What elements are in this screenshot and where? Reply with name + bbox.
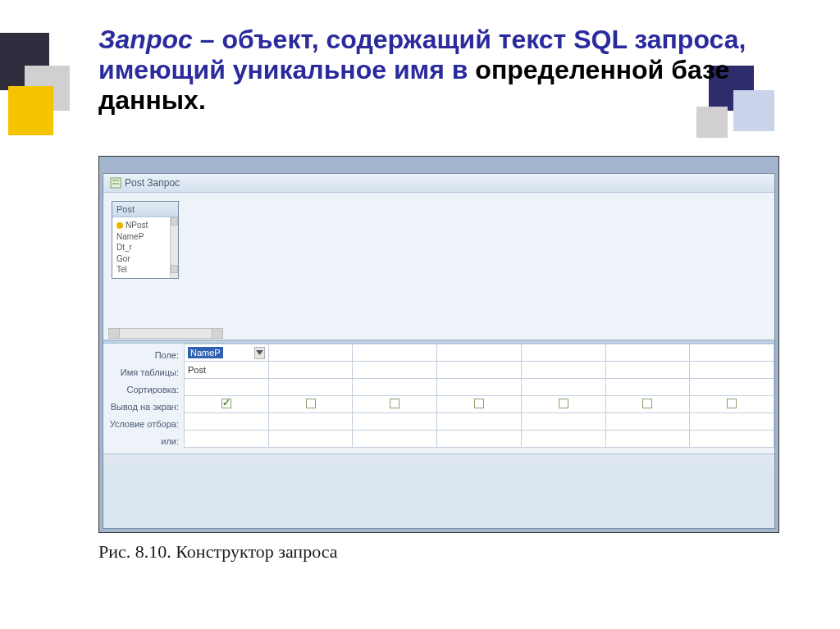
design-pane[interactable]: Post NPost NameP Dt_r Gor Tel: [103, 193, 774, 340]
slide-title: Запрос – объект, содержащий текст SQL за…: [98, 25, 758, 116]
query-icon: [110, 177, 121, 189]
field-list-scrollbar[interactable]: [170, 217, 178, 278]
title-term: Запрос: [98, 25, 193, 54]
show-checkbox[interactable]: [306, 399, 316, 408]
table-source-name: Post: [112, 202, 178, 217]
query-designer-screenshot: Post Запрос Post NPost NameP Dt_r Gor Te…: [98, 156, 779, 533]
document-tab[interactable]: Post Запрос: [103, 174, 774, 193]
field-item[interactable]: Tel: [116, 264, 166, 276]
row-or: [185, 431, 774, 448]
field-item[interactable]: NPost: [126, 220, 148, 231]
field-item[interactable]: Gor: [116, 253, 166, 265]
row-show: [185, 396, 774, 413]
row-sort: [185, 379, 774, 396]
row-criteria: [185, 413, 774, 431]
grid-hscroll[interactable]: [103, 454, 774, 465]
field-cell-0[interactable]: NameP: [185, 344, 269, 362]
svg-rect-2: [112, 183, 119, 185]
decorative-shapes-left: [0, 16, 98, 164]
field-item[interactable]: Dt_r: [116, 242, 166, 253]
qbe-grid[interactable]: Поле: Имя таблицы: Сортировка: Вывод на …: [103, 344, 774, 454]
row-field: NameP: [185, 344, 774, 362]
design-pane-hscroll[interactable]: [108, 328, 223, 339]
show-checkbox[interactable]: [474, 399, 484, 408]
show-checkbox[interactable]: [390, 399, 399, 408]
table-cell-0[interactable]: Post: [185, 362, 269, 379]
row-table: Post: [185, 362, 774, 379]
grid-columns: NameP Post: [184, 344, 774, 448]
field-list[interactable]: NPost NameP Dt_r Gor Tel: [112, 217, 170, 278]
tab-label: Post Запрос: [125, 177, 180, 189]
figure-caption: Рис. 8.10. Конструктор запроса: [98, 541, 338, 563]
show-checkbox[interactable]: [727, 399, 737, 408]
field-item[interactable]: NameP: [116, 231, 166, 243]
primary-key-icon: [116, 222, 123, 229]
grid-row-labels: Поле: Имя таблицы: Сортировка: Вывод на …: [103, 344, 184, 454]
table-source-box[interactable]: Post NPost NameP Dt_r Gor Tel: [112, 201, 179, 279]
show-checkbox[interactable]: [221, 399, 231, 408]
show-checkbox[interactable]: [559, 399, 568, 408]
show-checkbox[interactable]: [642, 399, 652, 408]
svg-rect-1: [112, 180, 119, 181]
field-dropdown-icon[interactable]: [254, 347, 265, 359]
